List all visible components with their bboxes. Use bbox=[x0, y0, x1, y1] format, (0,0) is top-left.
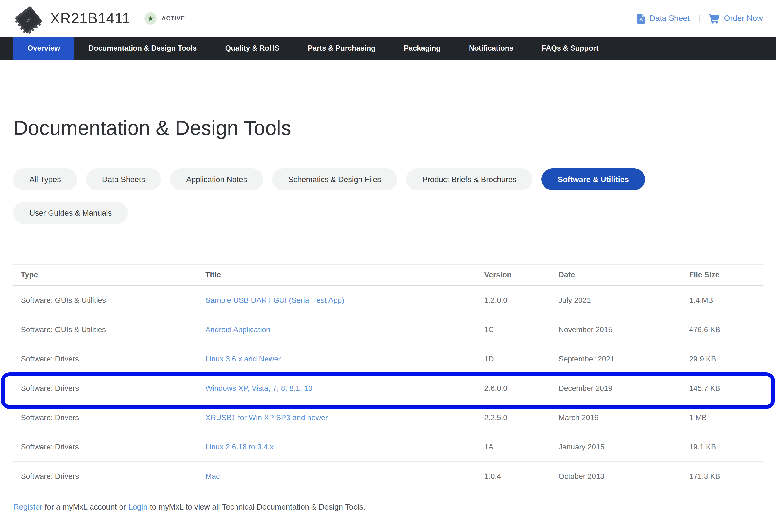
table-row-highlighted: Software: Drivers Windows XP, Vista, 7, … bbox=[13, 374, 763, 403]
pdf-file-icon bbox=[637, 13, 645, 23]
shopping-cart-icon bbox=[709, 13, 720, 23]
table-header-row: Type Title Version Date File Size bbox=[13, 265, 763, 286]
doc-file-size: 29.9 KB bbox=[682, 354, 763, 363]
status-badge: ★ ACTIVE bbox=[145, 12, 185, 25]
product-title: XR21B1411 bbox=[50, 10, 131, 27]
filter-all-types[interactable]: All Types bbox=[13, 169, 77, 190]
doc-file-size: 171.3 KB bbox=[682, 472, 763, 481]
table-row: Software: GUIs & Utilities Android Appli… bbox=[13, 315, 763, 344]
header-links: Data Sheet | Order Now bbox=[637, 13, 763, 23]
doc-version: 1C bbox=[476, 325, 551, 334]
doc-date: November 2015 bbox=[551, 325, 682, 334]
filter-pills-row-2: User Guides & Manuals bbox=[13, 202, 763, 224]
doc-type: Software: Drivers bbox=[13, 472, 198, 481]
documents-table: Type Title Version Date File Size Softwa… bbox=[13, 264, 763, 491]
link-separator: | bbox=[698, 14, 700, 23]
doc-title-link[interactable]: Mac bbox=[205, 472, 220, 480]
column-header-version: Version bbox=[476, 271, 551, 279]
doc-date: September 2021 bbox=[551, 354, 682, 363]
filter-schematics-design-files[interactable]: Schematics & Design Files bbox=[272, 169, 397, 190]
column-header-file-size: File Size bbox=[682, 271, 763, 279]
nav-tab-notifications[interactable]: Notifications bbox=[455, 37, 528, 60]
page-title: Documentation & Design Tools bbox=[13, 115, 763, 140]
doc-file-size: 19.1 KB bbox=[682, 443, 763, 451]
filter-product-briefs-brochures[interactable]: Product Briefs & Brochures bbox=[406, 169, 533, 190]
register-link[interactable]: Register bbox=[13, 502, 42, 511]
note-text-end: to myMxL to view all Technical Documenta… bbox=[150, 502, 365, 511]
data-sheet-label: Data Sheet bbox=[649, 14, 690, 23]
doc-file-size: 145.7 KB bbox=[682, 384, 763, 392]
filter-pills-row-1: All Types Data Sheets Application Notes … bbox=[13, 169, 763, 190]
note-text-middle: for a myMxL account or bbox=[45, 502, 126, 511]
nav-tab-overview[interactable]: Overview bbox=[13, 37, 74, 60]
table-row: Software: Drivers Linux 2.6.18 to 3.4.x … bbox=[13, 433, 763, 462]
filter-application-notes[interactable]: Application Notes bbox=[170, 169, 263, 190]
doc-version: 2.2.5.0 bbox=[476, 413, 551, 422]
doc-date: July 2021 bbox=[551, 296, 682, 304]
table-row: Software: Drivers Mac 1.0.4 October 2013… bbox=[13, 462, 763, 491]
nav-tab-parts-purchasing[interactable]: Parts & Purchasing bbox=[294, 37, 390, 60]
doc-version: 2.6.0.0 bbox=[476, 384, 551, 392]
doc-title-link[interactable]: XRUSB1 for Win XP SP3 and newer bbox=[205, 413, 328, 421]
doc-version: 1.0.4 bbox=[476, 472, 551, 481]
doc-date: October 2013 bbox=[551, 472, 682, 481]
filter-user-guides-manuals[interactable]: User Guides & Manuals bbox=[13, 202, 128, 224]
doc-version: 1.2.0.0 bbox=[476, 296, 551, 304]
data-sheet-link[interactable]: Data Sheet bbox=[637, 13, 690, 23]
doc-version: 1A bbox=[476, 443, 551, 451]
main-content: Documentation & Design Tools All Types D… bbox=[0, 115, 776, 511]
nav-tab-quality-rohs[interactable]: Quality & RoHS bbox=[211, 37, 294, 60]
doc-type: Software: Drivers bbox=[13, 443, 198, 451]
doc-date: January 2015 bbox=[551, 443, 682, 451]
nav-tab-packaging[interactable]: Packaging bbox=[390, 37, 455, 60]
nav-tab-documentation-design-tools[interactable]: Documentation & Design Tools bbox=[74, 37, 211, 60]
column-header-title: Title bbox=[198, 271, 476, 279]
doc-type: Software: Drivers bbox=[13, 413, 198, 422]
column-header-type: Type bbox=[13, 271, 198, 279]
doc-date: March 2016 bbox=[551, 413, 682, 422]
product-page: MxL XR21B1411 ★ ACTIVE Data Sheet | bbox=[0, 0, 776, 532]
doc-file-size: 1.4 MB bbox=[682, 296, 763, 304]
doc-title-link[interactable]: Linux 2.6.18 to 3.4.x bbox=[205, 443, 273, 451]
top-header: MxL XR21B1411 ★ ACTIVE Data Sheet | bbox=[0, 0, 776, 37]
doc-title-link[interactable]: Windows XP, Vista, 7, 8, 8.1, 10 bbox=[205, 384, 313, 392]
table-row: Software: Drivers Linux 3.6.x and Newer … bbox=[13, 344, 763, 374]
product-nav: Overview Documentation & Design Tools Qu… bbox=[0, 37, 776, 60]
account-note: Registerfor a myMxL account orLoginto my… bbox=[13, 502, 763, 511]
doc-title-link[interactable]: Linux 3.6.x and Newer bbox=[205, 354, 281, 363]
table-row: Software: GUIs & Utilities Sample USB UA… bbox=[13, 286, 763, 315]
doc-file-size: 1 MB bbox=[682, 413, 763, 422]
column-header-date: Date bbox=[551, 271, 682, 279]
order-now-link[interactable]: Order Now bbox=[709, 13, 763, 23]
doc-type: Software: Drivers bbox=[13, 354, 198, 363]
status-label: ACTIVE bbox=[162, 15, 185, 22]
nav-tab-faqs-support[interactable]: FAQs & Support bbox=[528, 37, 612, 60]
doc-date: December 2019 bbox=[551, 384, 682, 392]
table-row: Software: Drivers XRUSB1 for Win XP SP3 … bbox=[13, 403, 763, 433]
active-star-icon: ★ bbox=[145, 12, 157, 25]
doc-type: Software: GUIs & Utilities bbox=[13, 296, 198, 304]
login-link[interactable]: Login bbox=[129, 502, 148, 511]
doc-type: Software: Drivers bbox=[13, 384, 198, 392]
filter-data-sheets[interactable]: Data Sheets bbox=[86, 169, 161, 190]
doc-title-link[interactable]: Sample USB UART GUI (Serial Test App) bbox=[205, 296, 344, 304]
doc-type: Software: GUIs & Utilities bbox=[13, 325, 198, 334]
order-now-label: Order Now bbox=[724, 14, 763, 23]
filter-software-utilities[interactable]: Software & Utilities bbox=[542, 169, 645, 190]
doc-title-link[interactable]: Android Application bbox=[205, 325, 270, 333]
chip-package-logo: MxL bbox=[14, 4, 43, 35]
doc-file-size: 476.6 KB bbox=[682, 325, 763, 334]
doc-version: 1D bbox=[476, 354, 551, 363]
